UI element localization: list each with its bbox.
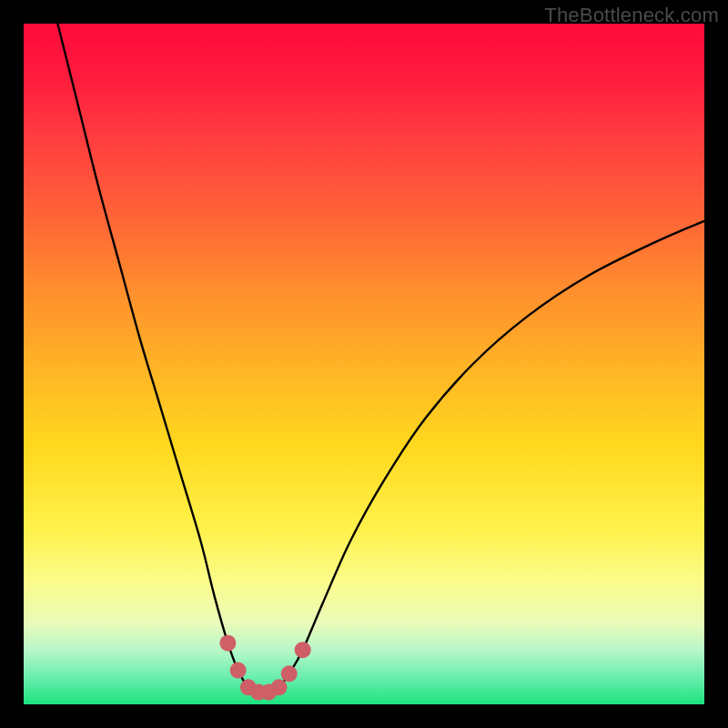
highlight-dot: [230, 662, 247, 679]
bottleneck-curve-line: [57, 24, 704, 693]
highlight-dot: [219, 635, 236, 652]
watermark-text: TheBottleneck.com: [544, 4, 719, 27]
highlight-dot: [281, 665, 298, 682]
highlight-dot: [271, 679, 288, 695]
bottleneck-chart-svg: [24, 24, 704, 704]
chart-plot-area: [24, 24, 704, 704]
highlight-dot-group: [219, 635, 310, 701]
highlight-dot: [295, 642, 311, 658]
